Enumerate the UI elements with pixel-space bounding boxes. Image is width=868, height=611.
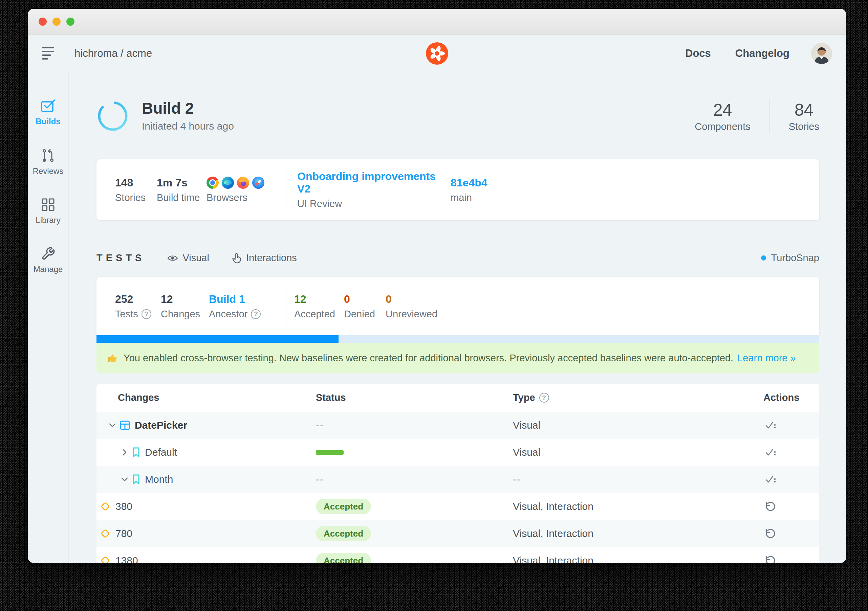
sidebar: Builds Reviews	[28, 73, 69, 563]
row-type: Visual	[513, 419, 540, 431]
changelog-link[interactable]: Changelog	[735, 47, 789, 60]
tests-summary-card: 252 Tests? 12 Changes Build 1 Ancestor? …	[96, 277, 819, 335]
build-time-value: 1m 7s	[157, 176, 206, 189]
type-help-icon[interactable]: ?	[539, 393, 549, 402]
cross-browser-banner: You enabled cross-browser testing. New b…	[96, 343, 819, 373]
unaccept-undo-button[interactable]	[763, 527, 777, 540]
summary-stories-label: Stories	[115, 192, 157, 203]
pointer-hand-icon	[232, 253, 242, 263]
sidebar-item-builds[interactable]: Builds	[36, 99, 60, 126]
changes-count: 12	[161, 293, 209, 305]
tests-count-label: Tests	[115, 309, 138, 320]
builds-check-icon	[40, 99, 56, 113]
components-count: 24	[695, 100, 750, 120]
commit-link[interactable]: 81e4b4	[451, 176, 487, 189]
status-badge: Accepted	[316, 553, 371, 563]
divider	[286, 287, 287, 325]
sidebar-item-label: Manage	[34, 265, 63, 274]
row-type: Visual, Interaction	[513, 501, 594, 512]
accept-all-button[interactable]	[763, 419, 778, 432]
tests-summary-block: 252 Tests? 12 Changes Build 1 Ancestor? …	[96, 277, 819, 373]
divider	[286, 171, 287, 209]
build-progress-fill	[96, 335, 338, 343]
tests-count: 252	[115, 293, 161, 305]
unaccept-undo-button[interactable]	[763, 500, 777, 513]
row-type: Visual, Interaction	[513, 555, 594, 563]
chevron-down-icon[interactable]	[121, 477, 129, 482]
chromatic-logo-icon[interactable]	[426, 42, 448, 65]
eye-icon	[167, 254, 178, 262]
tests-heading: TESTS	[96, 252, 145, 263]
changes-label: Changes	[161, 309, 209, 320]
browsers-label: Browsers	[206, 192, 286, 203]
table-row-snapshot[interactable]: 380 Accepted Visual, Interaction	[96, 493, 819, 520]
accept-all-button[interactable]	[763, 446, 778, 459]
unaccept-undo-button[interactable]	[763, 554, 777, 563]
row-type: Visual	[513, 447, 540, 458]
commit-branch: main	[451, 192, 487, 203]
browser-icons	[206, 176, 286, 189]
accept-all-button[interactable]	[763, 473, 778, 486]
row-label: DatePicker	[135, 419, 187, 431]
build-title: Build 2	[142, 100, 234, 116]
ancestor-help-icon[interactable]: ?	[251, 309, 261, 319]
unreviewed-count: 0	[386, 293, 437, 305]
snapshot-diamond-icon	[100, 501, 111, 512]
changes-table: Changes Status Type? Actions	[96, 384, 819, 563]
main-content: Build 2 Initiated 4 hours ago 24 Compone…	[69, 73, 846, 563]
branch-link[interactable]: Onboarding improvements V2	[297, 170, 451, 195]
status-badge: Accepted	[316, 526, 371, 541]
sidebar-item-reviews[interactable]: Reviews	[33, 148, 64, 176]
chevron-down-icon[interactable]	[108, 423, 116, 428]
banner-learn-more-link[interactable]: Learn more »	[737, 353, 796, 364]
visual-filter-label: Visual	[183, 252, 209, 263]
unreviewed-label: Unreviewed	[386, 309, 437, 320]
build-progress-spinner	[96, 100, 129, 132]
build-progress-bar	[96, 335, 819, 343]
bookmark-icon	[132, 447, 140, 458]
stories-label: Stories	[789, 121, 819, 132]
build-summary-card: 148 Stories 1m 7s Build time Browsers	[96, 159, 819, 220]
sidebar-item-label: Builds	[36, 117, 60, 126]
macos-titlebar	[28, 9, 846, 34]
status-badge: Accepted	[316, 499, 371, 514]
column-header-type: Type	[513, 392, 535, 403]
grid-icon	[41, 198, 55, 212]
interactions-filter-toggle[interactable]: Interactions	[232, 252, 297, 263]
banner-message: You enabled cross-browser testing. New b…	[124, 353, 733, 364]
close-window-button[interactable]	[39, 18, 47, 26]
table-row-snapshot[interactable]: 1380 Accepted Visual, Interaction	[96, 547, 819, 563]
menu-icon[interactable]	[42, 47, 54, 60]
sidebar-item-label: Reviews	[33, 167, 64, 176]
minimize-window-button[interactable]	[53, 18, 60, 26]
turbosnap-indicator[interactable]: TurboSnap	[761, 252, 819, 263]
interactions-filter-label: Interactions	[246, 252, 297, 263]
edge-icon	[222, 176, 234, 189]
snapshot-diamond-icon	[100, 555, 111, 563]
divider	[769, 98, 770, 134]
pinwheel-glyph	[429, 46, 445, 61]
chevron-right-icon[interactable]	[121, 449, 129, 456]
ancestor-build-link[interactable]: Build 1	[209, 293, 245, 305]
column-header-status: Status	[313, 392, 513, 403]
user-avatar[interactable]	[811, 43, 832, 64]
row-type: Visual, Interaction	[513, 528, 594, 539]
table-row-component[interactable]: DatePicker -- Visual	[96, 412, 819, 439]
app-window: hichroma / acme Docs Changelog	[28, 9, 846, 563]
stories-count: 84	[789, 100, 819, 120]
table-row-snapshot[interactable]: 780 Accepted Visual, Interaction	[96, 520, 819, 547]
project-breadcrumb[interactable]: hichroma / acme	[74, 47, 152, 60]
git-compare-icon	[40, 148, 56, 163]
sidebar-item-manage[interactable]: Manage	[34, 247, 63, 274]
chrome-icon	[206, 176, 219, 189]
zoom-window-button[interactable]	[67, 18, 74, 26]
sidebar-item-library[interactable]: Library	[36, 198, 60, 225]
table-row-story[interactable]: Default Visual	[96, 439, 819, 466]
tests-help-icon[interactable]: ?	[141, 309, 151, 319]
row-label: Month	[145, 473, 173, 485]
table-row-story[interactable]: Month -- --	[96, 466, 819, 493]
visual-filter-toggle[interactable]: Visual	[167, 252, 209, 263]
docs-link[interactable]: Docs	[685, 47, 711, 60]
avatar-photo	[811, 43, 832, 64]
app-header: hichroma / acme Docs Changelog	[28, 34, 846, 73]
